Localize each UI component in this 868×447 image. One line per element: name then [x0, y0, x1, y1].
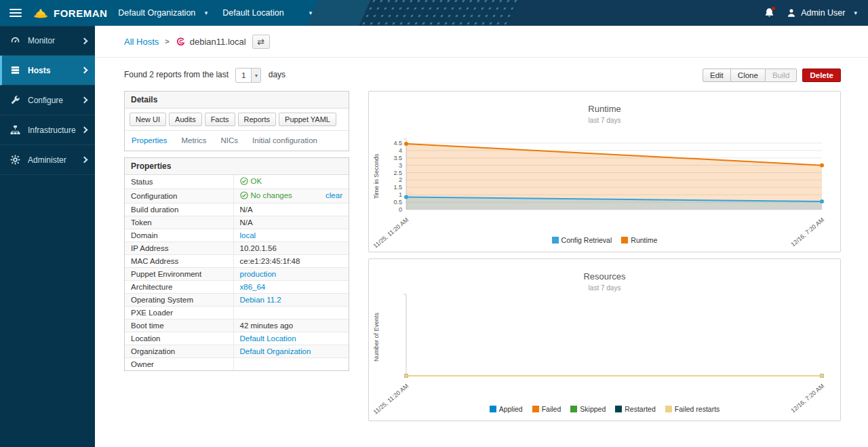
days-select-value: 1 [236, 69, 251, 82]
legend-item-skipped[interactable]: Skipped [570, 405, 606, 413]
legend-label: Restarted [625, 405, 656, 413]
facts-button[interactable]: Facts [205, 113, 235, 126]
property-label: Puppet Environment [125, 268, 233, 281]
organization-switcher[interactable]: Default Organization ▾ [118, 8, 208, 18]
legend-label: Failed restarts [675, 405, 720, 413]
property-link[interactable]: x86_64 [240, 283, 266, 291]
properties-panel-title: Properties [125, 158, 349, 175]
legend-swatch [621, 237, 628, 244]
svg-text:11/25, 11:20 AM: 11/25, 11:20 AM [372, 216, 410, 250]
host-switcher-button[interactable]: ⇄ [252, 35, 270, 49]
chart-subtitle: last 7 days [369, 284, 840, 292]
table-row: Puppet Environmentproduction [125, 268, 349, 281]
property-link[interactable]: production [240, 270, 277, 278]
resources-chart: 11/25, 11:20 AM12/16, 7:20 AMNumber of E… [370, 293, 840, 415]
svg-text:1.5: 1.5 [393, 184, 402, 191]
sidebar-item-administer[interactable]: Administer [0, 145, 95, 175]
sidebar-item-hosts[interactable]: Hosts [0, 56, 95, 85]
menu-icon[interactable] [9, 9, 22, 17]
chevron-right-icon [81, 157, 88, 163]
table-row: StatusOK [125, 175, 349, 189]
sidebar-nav: MonitorHostsConfigureInfrastructureAdmin… [0, 26, 95, 447]
user-name: Admin User [801, 8, 845, 18]
chevron-down-icon: ▾ [251, 69, 260, 82]
clone-button[interactable]: Clone [730, 69, 766, 82]
edit-button[interactable]: Edit [703, 69, 731, 82]
property-label: Domain [125, 229, 233, 242]
legend-swatch [570, 406, 577, 412]
clear-link[interactable]: clear [326, 191, 342, 199]
report-toolbar: Found 2 reports from the last 1 ▾ days E… [95, 58, 868, 91]
property-link[interactable]: Default Location [240, 334, 296, 343]
foreman-logo[interactable]: FOREMAN [33, 7, 107, 19]
tab-initial-configuration[interactable]: Initial configuration [252, 136, 317, 144]
breadcrumb-separator: > [165, 37, 169, 45]
top-navbar: FOREMAN Default Organization ▾ Default L… [0, 0, 868, 26]
sidebar-item-infrastructure[interactable]: Infrastructure [0, 115, 95, 145]
organization-label: Default Organization [118, 8, 195, 18]
property-value: ce:e1:23:45:1f:48 [233, 255, 349, 268]
legend-item-applied[interactable]: Applied [490, 405, 523, 413]
chart-title: Runtime [369, 92, 840, 114]
chevron-down-icon: ▾ [205, 9, 208, 16]
legend-item-restarted[interactable]: Restarted [615, 405, 656, 413]
legend-item-config-retrieval[interactable]: Config Retrieval [552, 236, 612, 244]
resources-legend: AppliedFailedSkippedRestartedFailed rest… [369, 405, 840, 413]
host-name: debian11.local [190, 37, 246, 47]
chevron-right-icon [81, 37, 88, 44]
property-value: 10.20.1.56 [233, 242, 349, 255]
tachometer-icon [10, 35, 22, 46]
table-row: Owner [125, 358, 349, 371]
tab-nics[interactable]: NICs [220, 136, 238, 144]
sidebar-item-monitor[interactable]: Monitor [0, 26, 95, 56]
check-circle-icon [240, 191, 248, 199]
runtime-chart-panel: Runtimelast 7 days00.511.522.533.544.511… [368, 91, 841, 252]
chevron-down-icon: ▾ [309, 9, 313, 16]
property-label: Architecture [125, 281, 233, 294]
tab-metrics[interactable]: Metrics [181, 136, 206, 144]
svg-text:3: 3 [399, 162, 402, 169]
user-menu[interactable]: Admin User ▾ [787, 8, 857, 18]
property-link[interactable]: Default Organization [240, 347, 311, 355]
notifications-bell-icon[interactable] [764, 7, 774, 18]
table-row: Architecturex86_64 [125, 281, 349, 294]
property-value: No changesclear [233, 189, 349, 203]
svg-text:2: 2 [399, 176, 402, 183]
runtime-chart: 00.511.522.533.544.511/25, 11:20 AM12/16… [370, 125, 840, 246]
details-column: Details New UIAuditsFactsReportsPuppet Y… [124, 91, 349, 371]
properties-table: StatusOKConfigurationNo changesclearBuil… [125, 175, 349, 370]
property-label: Configuration [125, 189, 233, 203]
property-link[interactable]: local [240, 231, 256, 239]
details-panel: Details New UIAuditsFactsReportsPuppet Y… [124, 91, 349, 151]
reports-button[interactable]: Reports [238, 113, 277, 126]
sidebar-item-configure[interactable]: Configure [0, 85, 95, 115]
legend-item-failed-restarts[interactable]: Failed restarts [665, 405, 720, 413]
legend-item-runtime[interactable]: Runtime [621, 236, 657, 244]
chevron-right-icon [81, 67, 88, 74]
legend-label: Runtime [631, 236, 657, 244]
report-summary: Found 2 reports from the last 1 ▾ days [124, 68, 285, 83]
audits-button[interactable]: Audits [169, 113, 202, 126]
location-switcher[interactable]: Default Location ▾ [222, 8, 312, 18]
notification-badge [771, 6, 776, 11]
check-circle-icon [240, 177, 248, 185]
property-value [233, 307, 349, 319]
days-select[interactable]: 1 ▾ [235, 68, 261, 83]
delete-button[interactable]: Delete [802, 69, 841, 82]
property-label: PXE Loader [125, 307, 233, 319]
brand-name: FOREMAN [54, 7, 107, 19]
breadcrumb-all-hosts-link[interactable]: All Hosts [124, 37, 159, 47]
user-icon [787, 8, 796, 18]
puppet-yaml-button[interactable]: Puppet YAML [279, 113, 336, 126]
status-badge: No changes [240, 191, 292, 199]
sidebar-item-label: Monitor [28, 36, 55, 45]
legend-swatch [532, 406, 539, 412]
location-label: Default Location [222, 8, 283, 18]
property-link[interactable]: Debian 11.2 [240, 296, 281, 304]
legend-label: Skipped [580, 405, 606, 413]
legend-item-failed[interactable]: Failed [532, 405, 561, 413]
new-ui-button[interactable]: New UI [130, 113, 166, 126]
charts-column: Runtimelast 7 days00.511.522.533.544.511… [368, 91, 841, 421]
tab-properties[interactable]: Properties [132, 136, 167, 144]
svg-text:1: 1 [399, 191, 402, 198]
